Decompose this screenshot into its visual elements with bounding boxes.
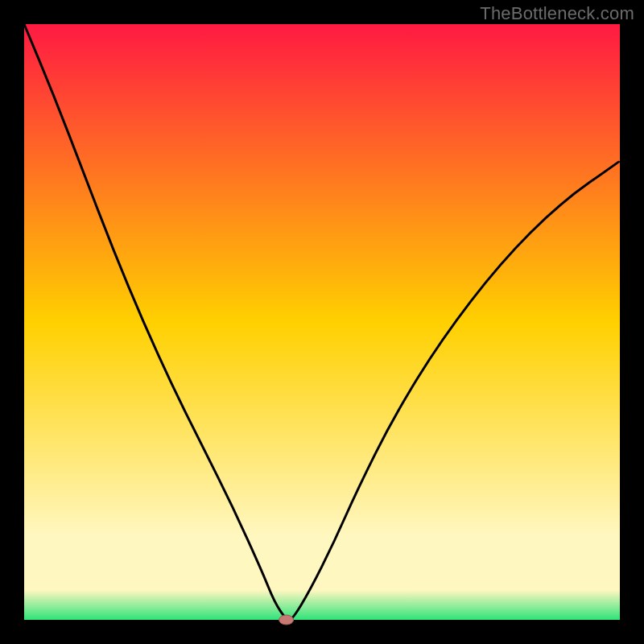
watermark-text: TheBottleneck.com [480,3,634,24]
optimal-point-marker [279,615,294,625]
plot-background [24,24,620,620]
bottleneck-chart [0,0,644,644]
chart-frame: TheBottleneck.com [0,0,644,644]
